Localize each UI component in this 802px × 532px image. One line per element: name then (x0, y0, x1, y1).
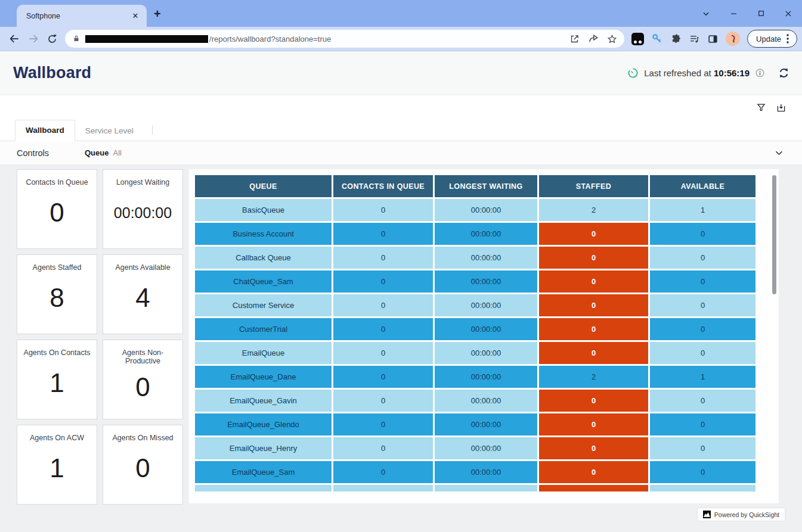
browser-tab[interactable]: Softphone ✕ (17, 5, 147, 27)
cell-longest_waiting: 00:00:00 (435, 437, 537, 459)
queue-table-panel: QUEUECONTACTS IN QUEUELONGEST WAITINGSTA… (189, 169, 779, 503)
cell-longest_waiting: 00:00:00 (435, 223, 537, 245)
browser-menu-kebab-icon[interactable] (781, 32, 794, 45)
bookmark-star-icon[interactable] (607, 34, 617, 44)
kpi-card: Agents Staffed8 (17, 254, 97, 334)
column-header: STAFFED (539, 175, 648, 197)
reload-icon[interactable] (42, 29, 61, 48)
cell-contacts_in_queue: 0 (333, 270, 433, 293)
cell-available: 1 (650, 199, 755, 221)
tab-close-icon[interactable]: ✕ (130, 11, 141, 21)
refresh-button-icon[interactable] (778, 67, 790, 79)
cell-staffed: 0 (539, 485, 648, 491)
kpi-value: 00:00:00 (114, 186, 172, 248)
cell-available: 0 (650, 318, 755, 340)
cell-contacts_in_queue: 0 (333, 485, 433, 491)
update-button[interactable]: Update (747, 30, 797, 48)
table-header-row: QUEUECONTACTS IN QUEUELONGEST WAITINGSTA… (195, 175, 755, 197)
update-label: Update (756, 35, 781, 43)
cell-longest_waiting: 00:00:00 (435, 413, 537, 435)
cell-queue: EmailQueue (195, 342, 332, 364)
maximize-button[interactable] (747, 0, 775, 27)
quicksight-logo-icon (703, 511, 711, 518)
export-download-icon[interactable] (776, 102, 786, 113)
table-scrollbar-thumb[interactable] (772, 175, 776, 294)
cell-queue: CustomerTrial (195, 318, 332, 340)
playlist-extension-icon[interactable] (689, 33, 700, 45)
kpi-value: 4 (135, 272, 150, 334)
url-bar[interactable]: /reports/wallboard?standalone=true (65, 30, 624, 48)
cell-queue: BasicQueue (195, 199, 332, 221)
cell-available: 0 (650, 247, 755, 269)
dashboard-main: Contacts In Queue0Longest Waiting00:00:0… (0, 165, 802, 532)
controls-label: Controls (17, 148, 49, 158)
cell-longest_waiting: 00:00:00 (435, 294, 537, 316)
cell-contacts_in_queue: 0 (333, 437, 433, 459)
kpi-value: 0 (135, 365, 150, 419)
cell-contacts_in_queue: 0 (333, 199, 433, 221)
queue-filter-control[interactable]: Queue All (85, 148, 122, 157)
cell-queue: Customer Service (195, 294, 332, 316)
cell-staffed: 0 (539, 223, 648, 245)
forward-icon[interactable] (24, 29, 43, 48)
minimize-button[interactable] (720, 0, 747, 27)
kpi-label: Agents On Contacts (21, 349, 93, 357)
sheet-tabs: Wallboard Service Level (0, 120, 802, 141)
cell-available: 0 (650, 390, 755, 412)
table-row: Business Account000:00:0000 (195, 223, 755, 245)
cell-contacts_in_queue: 0 (333, 247, 433, 269)
close-button[interactable] (775, 0, 802, 27)
dashboard-sheet-header: Wallboard Service Level (0, 95, 802, 141)
info-icon[interactable] (755, 68, 765, 78)
kpi-value: 0 (49, 186, 64, 248)
extensions-area (631, 32, 740, 46)
table-row: BasicQueue000:00:0021 (195, 199, 755, 221)
extension-blocker-icon[interactable] (631, 33, 644, 45)
extension-key-icon[interactable] (651, 33, 663, 45)
tab-service-level[interactable]: Service Level (75, 121, 144, 141)
cell-staffed: 0 (539, 247, 648, 269)
url-redaction-bar (85, 35, 208, 43)
queue-filter-value: All (113, 148, 121, 157)
cell-queue: Business Account (195, 223, 332, 245)
table-row: EmailQueue_Sam000:00:0000 (195, 461, 755, 483)
kpi-card: Longest Waiting00:00:00 (103, 169, 183, 249)
open-in-new-icon[interactable] (569, 34, 580, 44)
cell-staffed: 0 (539, 437, 648, 459)
cell-longest_waiting: 00:00:00 (435, 390, 537, 412)
cell-staffed: 0 (539, 461, 648, 483)
cell-queue: ChatQueue_Sam (195, 270, 332, 293)
cell-available: 0 (650, 413, 755, 435)
controls-collapse-chevron-icon[interactable] (774, 148, 784, 158)
profile-avatar[interactable] (726, 32, 740, 46)
kpi-value: 0 (135, 442, 150, 504)
cell-queue (195, 485, 332, 491)
cell-contacts_in_queue: 0 (333, 461, 433, 483)
browser-titlebar: Softphone ✕ + (0, 0, 802, 27)
cell-contacts_in_queue: 0 (333, 366, 433, 388)
quicksight-badge: Powered by QuickSight (697, 508, 785, 521)
tab-wallboard[interactable]: Wallboard (15, 120, 75, 141)
filter-icon[interactable] (756, 102, 766, 113)
share-icon[interactable] (588, 33, 599, 44)
cell-longest_waiting: 00:00:00 (435, 199, 537, 221)
table-row: EmailQueue_Gavin000:00:0000 (195, 390, 755, 412)
cell-contacts_in_queue: 0 (333, 413, 433, 435)
column-header: CONTACTS IN QUEUE (333, 175, 433, 197)
tab-search-chevron-icon[interactable] (692, 0, 720, 27)
cell-available: 0 (650, 485, 755, 491)
cell-available: 0 (650, 342, 755, 364)
table-row: Customer Service000:00:0000 (195, 294, 755, 316)
browser-toolbar: /reports/wallboard?standalone=true (0, 27, 802, 51)
side-panel-icon[interactable] (707, 33, 719, 45)
table-row: Callback Queue000:00:0000 (195, 247, 755, 269)
cell-available: 0 (650, 461, 755, 483)
back-icon[interactable] (5, 29, 24, 48)
cell-longest_waiting: 00:00:00 (435, 461, 537, 483)
lock-icon (72, 35, 80, 43)
kpi-card: Agents Non-Productive0 (103, 340, 183, 419)
cell-longest_waiting: 00:00:00 (435, 247, 537, 269)
table-row: CustomerTrial000:00:0000 (195, 318, 755, 340)
new-tab-button[interactable]: + (154, 8, 161, 20)
extensions-puzzle-icon[interactable] (670, 33, 682, 45)
